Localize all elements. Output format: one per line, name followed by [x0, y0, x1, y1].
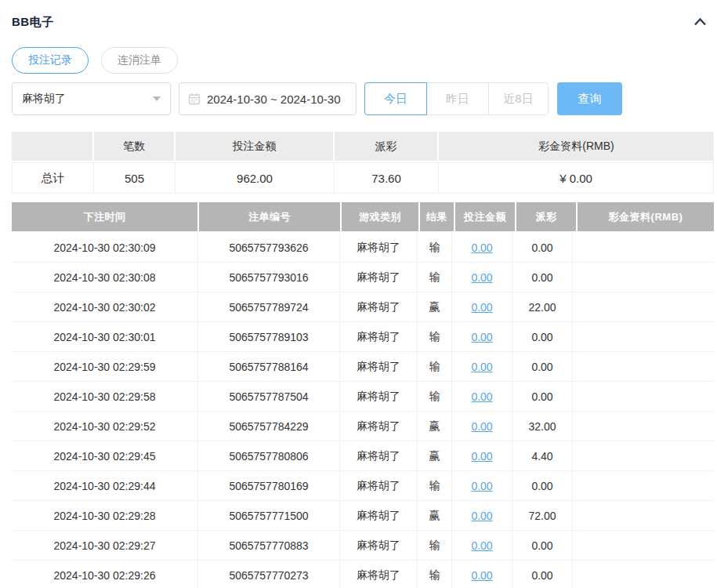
cell-order-id: 5065757784229	[198, 412, 340, 441]
table-row: 2024-10-30 02:29:265065757770273麻将胡了输0.0…	[12, 561, 714, 588]
cell-game-type: 麻将胡了	[340, 471, 418, 500]
cell-bonus	[573, 322, 714, 351]
cell-order-id: 5065757789724	[198, 292, 340, 321]
bet-amount-link[interactable]: 0.00	[471, 271, 492, 284]
detail-header-cell: 注单编号	[199, 202, 340, 231]
table-row: 2024-10-30 02:29:445065757780169麻将胡了输0.0…	[12, 471, 714, 501]
cell-order-id: 5065757771500	[198, 501, 340, 530]
bet-amount-link[interactable]: 0.00	[471, 390, 492, 403]
chevron-up-icon	[693, 16, 708, 28]
cell-bet-amount: 0.00	[452, 292, 512, 321]
game-select-value: 麻将胡了	[22, 92, 66, 106]
table-row: 2024-10-30 02:29:585065757787504麻将胡了输0.0…	[12, 382, 714, 412]
table-row: 2024-10-30 02:30:025065757789724麻将胡了赢0.0…	[12, 292, 714, 322]
cell-result: 输	[418, 382, 452, 411]
bet-amount-link[interactable]: 0.00	[471, 480, 492, 492]
cell-bet-time: 2024-10-30 02:29:59	[12, 352, 198, 381]
panel-bb-dianzi: BB电子 投注记录连消注单 麻将胡了 2024-10-3	[12, 0, 714, 588]
bet-amount-link[interactable]: 0.00	[471, 510, 492, 522]
cell-bet-time: 2024-10-30 02:30:01	[12, 322, 198, 351]
detail-header-cell: 投注金额	[455, 202, 515, 231]
cell-game-type: 麻将胡了	[340, 561, 418, 588]
filter-bar: 麻将胡了 2024-10-30 ~ 2024-10-30 今日昨日近8日 查询	[12, 82, 714, 115]
tab-cancelled-orders[interactable]: 连消注单	[101, 47, 178, 74]
bet-amount-link[interactable]: 0.00	[471, 301, 492, 314]
summary-totals-row: 总计505962.0073.60¥ 0.00	[12, 162, 714, 194]
totals-bet-amount: 962.00	[176, 163, 335, 193]
table-row: 2024-10-30 02:29:595065757788164麻将胡了输0.0…	[12, 352, 714, 382]
cell-bonus	[573, 441, 714, 470]
cell-game-type: 麻将胡了	[340, 292, 418, 321]
cell-bet-amount: 0.00	[452, 531, 512, 560]
bet-amount-link[interactable]: 0.00	[471, 420, 492, 433]
table-row: 2024-10-30 02:29:275065757770883麻将胡了输0.0…	[12, 531, 714, 561]
game-select[interactable]: 麻将胡了	[12, 82, 171, 115]
cell-game-type: 麻将胡了	[340, 382, 418, 411]
cell-bet-time: 2024-10-30 02:29:58	[12, 382, 198, 411]
cell-game-type: 麻将胡了	[340, 501, 418, 530]
cell-order-id: 5065757787504	[198, 382, 340, 411]
cell-result: 输	[418, 471, 452, 500]
cell-game-type: 麻将胡了	[340, 263, 418, 292]
table-row: 2024-10-30 02:30:015065757789103麻将胡了输0.0…	[12, 322, 714, 352]
summary-table: 笔数投注金额派彩彩金资料(RMB) 总计505962.0073.60¥ 0.00	[12, 132, 714, 194]
cell-payout: 0.00	[512, 322, 573, 351]
bet-amount-link[interactable]: 0.00	[471, 450, 492, 463]
cell-bet-time: 2024-10-30 02:29:26	[12, 561, 198, 588]
cell-bet-amount: 0.00	[452, 412, 512, 441]
cell-payout: 0.00	[512, 471, 573, 500]
cell-order-id: 5065757789103	[198, 322, 340, 351]
summary-header-cell: 彩金资料(RMB)	[439, 132, 714, 161]
detail-header-cell: 结果	[420, 202, 454, 231]
table-row: 2024-10-30 02:30:085065757793016麻将胡了输0.0…	[12, 263, 714, 292]
summary-header-cell: 投注金额	[176, 132, 333, 161]
cell-payout: 0.00	[512, 263, 573, 292]
cell-payout: 0.00	[512, 561, 573, 588]
bet-amount-link[interactable]: 0.00	[471, 569, 492, 582]
collapse-button[interactable]	[693, 16, 708, 28]
totals-count: 505	[94, 163, 176, 193]
cell-bonus	[573, 561, 714, 588]
cell-bonus	[573, 471, 714, 500]
search-button[interactable]: 查询	[557, 82, 622, 115]
quick-range-yesterday[interactable]: 昨日	[426, 82, 489, 115]
table-row: 2024-10-30 02:29:285065757771500麻将胡了赢0.0…	[12, 501, 714, 531]
detail-table-body: 2024-10-30 02:30:095065757793626麻将胡了输0.0…	[12, 233, 714, 588]
cell-bet-time: 2024-10-30 02:29:52	[12, 412, 198, 441]
cell-bet-amount: 0.00	[452, 382, 512, 411]
quick-range-8days[interactable]: 近8日	[488, 82, 549, 115]
cell-bet-time: 2024-10-30 02:29:28	[12, 501, 198, 530]
cell-payout: 72.00	[512, 501, 573, 530]
tab-bet-records[interactable]: 投注记录	[12, 47, 89, 74]
cell-bet-amount: 0.00	[452, 561, 512, 588]
date-range-value: 2024-10-30 ~ 2024-10-30	[207, 93, 341, 106]
cell-result: 赢	[418, 292, 452, 321]
panel-header: BB电子	[12, 13, 714, 31]
cell-order-id: 5065757780806	[198, 441, 340, 470]
caret-down-icon	[153, 96, 161, 101]
date-range-picker[interactable]: 2024-10-30 ~ 2024-10-30	[179, 82, 357, 115]
cell-game-type: 麻将胡了	[340, 233, 418, 262]
cell-game-type: 麻将胡了	[340, 531, 418, 560]
bet-amount-link[interactable]: 0.00	[471, 241, 492, 254]
cell-result: 赢	[418, 412, 452, 441]
detail-header-cell: 游戏类别	[342, 202, 418, 231]
table-row: 2024-10-30 02:29:525065757784229麻将胡了赢0.0…	[12, 412, 714, 441]
cell-game-type: 麻将胡了	[340, 441, 418, 470]
bet-amount-link[interactable]: 0.00	[471, 361, 492, 373]
cell-payout: 0.00	[512, 382, 573, 411]
table-row: 2024-10-30 02:29:455065757780806麻将胡了赢0.0…	[12, 441, 714, 471]
bet-amount-link[interactable]: 0.00	[471, 539, 492, 552]
summary-header-cell: 派彩	[335, 132, 437, 161]
cell-bonus	[573, 233, 714, 262]
cell-bet-amount: 0.00	[452, 352, 512, 381]
cell-bet-amount: 0.00	[452, 471, 512, 500]
quick-range-today[interactable]: 今日	[364, 82, 427, 115]
totals-label: 总计	[13, 163, 94, 193]
bet-amount-link[interactable]: 0.00	[471, 331, 492, 343]
detail-table-header: 下注时间注单编号游戏类别结果投注金额派彩彩金资料(RMB)	[12, 202, 714, 231]
cell-order-id: 5065757793016	[198, 263, 340, 292]
cell-bonus	[573, 412, 714, 441]
detail-table: 下注时间注单编号游戏类别结果投注金额派彩彩金资料(RMB) 2024-10-30…	[12, 202, 714, 588]
cell-bet-amount: 0.00	[452, 441, 512, 470]
